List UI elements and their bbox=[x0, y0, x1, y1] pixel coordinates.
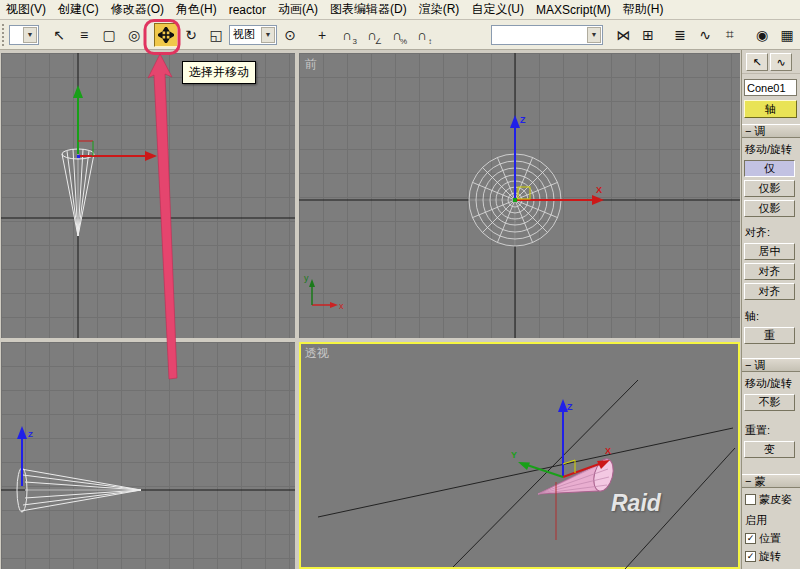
viewport-left[interactable]: Z bbox=[1, 342, 295, 569]
chevron-down-icon: ▼ bbox=[23, 27, 37, 43]
tripod-x-label: x bbox=[339, 301, 344, 311]
affect-object-only-button[interactable]: 仅影 bbox=[744, 180, 795, 197]
cone-wireframe-top[interactable] bbox=[62, 149, 94, 236]
select-object-button[interactable]: ↖ bbox=[47, 23, 71, 47]
material-editor-button[interactable]: ◉ bbox=[750, 23, 774, 47]
curve-editor-button[interactable]: ∿ bbox=[693, 23, 717, 47]
spinner-badge: ↕ bbox=[428, 37, 432, 46]
menu-modifiers[interactable]: 修改器(O) bbox=[105, 0, 170, 19]
toolbar-drag-handle[interactable] bbox=[2, 24, 6, 46]
viewport-front[interactable]: 前 Z X x y bbox=[299, 53, 740, 338]
viewport-label-perspective[interactable]: 透视 bbox=[305, 345, 329, 362]
rect-region-button[interactable]: ▢ bbox=[97, 23, 121, 47]
menu-character[interactable]: 角色(H) bbox=[170, 0, 223, 19]
schematic-icon: ⌗ bbox=[726, 26, 734, 43]
move-gizmo-left[interactable]: Z bbox=[17, 426, 33, 486]
skin-pose-checkbox[interactable] bbox=[745, 494, 756, 505]
menu-maxscript[interactable]: MAXScript(M) bbox=[530, 0, 617, 19]
spinner-snap-button[interactable]: ∩↕ bbox=[410, 23, 434, 47]
dont-affect-children-button[interactable]: 不影 bbox=[744, 394, 795, 411]
toolbar-gap bbox=[435, 23, 490, 47]
viewport-perspective[interactable]: 透视 Raid Z X Y bbox=[299, 342, 740, 569]
mirror-button[interactable]: ⋈ bbox=[611, 23, 635, 47]
snap-badge: 3 bbox=[353, 37, 357, 46]
menu-views[interactable]: 视图(V) bbox=[0, 0, 52, 19]
magnet-icon: ∩ bbox=[342, 27, 352, 43]
percent-snap-button[interactable]: ∩% bbox=[385, 23, 409, 47]
align-to-world-button[interactable]: 对齐 bbox=[744, 283, 795, 300]
named-selection-combo[interactable]: ▼ bbox=[491, 25, 603, 45]
chevron-down-icon: ▼ bbox=[261, 27, 275, 43]
reset-pivot-button[interactable]: 重 bbox=[744, 327, 795, 344]
world-axis-lines bbox=[1, 53, 295, 338]
select-and-manipulate-button[interactable]: + bbox=[310, 23, 334, 47]
reset-transform-button[interactable]: 变 bbox=[744, 441, 795, 458]
schematic-view-button[interactable]: ⌗ bbox=[718, 23, 742, 47]
skin-pose-mode-row[interactable]: 蒙皮姿 bbox=[745, 492, 800, 507]
toolbar-separator bbox=[743, 23, 749, 47]
layer-manager-button[interactable]: ≣ bbox=[668, 23, 692, 47]
reference-coordinate-combo[interactable]: 视图 ▼ bbox=[229, 25, 277, 45]
gizmo-x-arrowhead[interactable] bbox=[592, 195, 604, 205]
snap-toggle-button[interactable]: ∩3 bbox=[335, 23, 359, 47]
menu-create[interactable]: 创建(C) bbox=[52, 0, 105, 19]
gizmo-z-label: Z bbox=[28, 430, 33, 439]
cone-wireframe-left[interactable] bbox=[17, 468, 141, 512]
move-gizmo-front[interactable]: Z X bbox=[510, 115, 604, 205]
move-rotate-label: 移动/旋转 bbox=[745, 376, 800, 391]
select-and-rotate-button[interactable]: ↻ bbox=[179, 23, 203, 47]
reset-group-label: 重置: bbox=[745, 423, 800, 438]
create-tab-icon[interactable]: ↖ bbox=[746, 53, 768, 71]
render-setup-button[interactable]: ▦ bbox=[775, 23, 799, 47]
menu-help[interactable]: 帮助(H) bbox=[617, 0, 670, 19]
menu-graph-editors[interactable]: 图表编辑器(D) bbox=[324, 0, 413, 19]
pivot-button[interactable]: 轴 bbox=[744, 100, 797, 118]
window-crossing-button[interactable]: ◎ bbox=[122, 23, 146, 47]
magnet-icon: ∩ bbox=[417, 27, 427, 43]
gizmo-z-label: Z bbox=[520, 115, 526, 125]
rotation-checkbox[interactable]: ✓ bbox=[745, 551, 756, 562]
toolbar-separator bbox=[40, 23, 46, 47]
rollout-adjust-pivot[interactable]: − 调 bbox=[742, 124, 800, 138]
align-to-object-button[interactable]: 对齐 bbox=[744, 263, 795, 280]
selection-filter-combo[interactable]: ▼ bbox=[9, 25, 39, 45]
rect-region-icon: ▢ bbox=[102, 27, 115, 43]
world-axis-tripod: x y bbox=[304, 273, 344, 311]
rollout-skin-pose[interactable]: − 蒙 bbox=[742, 474, 800, 488]
gizmo-y-arrowhead[interactable] bbox=[518, 462, 530, 470]
pivot-group-label: 轴: bbox=[745, 309, 800, 324]
select-and-scale-button[interactable]: ◱ bbox=[204, 23, 228, 47]
menu-customize[interactable]: 自定义(U) bbox=[465, 0, 530, 19]
modify-tab-icon[interactable]: ∿ bbox=[770, 53, 792, 71]
select-by-name-button[interactable]: ≡ bbox=[72, 23, 96, 47]
affect-pivot-only-button[interactable]: 仅 bbox=[744, 160, 795, 177]
rollout-adjust-transform[interactable]: − 调 bbox=[742, 358, 800, 372]
gizmo-y-arrowhead[interactable] bbox=[73, 85, 83, 98]
use-center-button[interactable]: ⊙ bbox=[278, 23, 302, 47]
rotation-label: 旋转 bbox=[759, 549, 781, 564]
menu-animation[interactable]: 动画(A) bbox=[272, 0, 324, 19]
use-center-icon: ⊙ bbox=[284, 27, 296, 43]
select-and-move-button[interactable] bbox=[154, 23, 178, 47]
skin-pose-label: 蒙皮姿 bbox=[759, 492, 792, 507]
object-name-field[interactable] bbox=[744, 79, 797, 96]
affect-hierarchy-only-button[interactable]: 仅影 bbox=[744, 200, 795, 217]
angle-snap-button[interactable]: ∩∠ bbox=[360, 23, 384, 47]
viewport-top[interactable] bbox=[1, 53, 295, 338]
chevron-down-icon: ▼ bbox=[587, 27, 601, 43]
rotation-row[interactable]: ✓ 旋转 bbox=[745, 549, 800, 564]
position-checkbox[interactable]: ✓ bbox=[745, 533, 756, 544]
center-to-object-button[interactable]: 居中 bbox=[744, 243, 795, 260]
watermark-text: Raid bbox=[611, 490, 661, 517]
viewport-label-front[interactable]: 前 bbox=[305, 56, 317, 73]
align-button[interactable]: ⊞ bbox=[636, 23, 660, 47]
position-row[interactable]: ✓ 位置 bbox=[745, 531, 800, 546]
gizmo-x-arrowhead[interactable] bbox=[145, 151, 157, 161]
menu-rendering[interactable]: 渲染(R) bbox=[413, 0, 466, 19]
curve-icon: ∿ bbox=[699, 27, 711, 43]
gizmo-z-arrowhead[interactable] bbox=[17, 426, 27, 439]
menu-reactor[interactable]: reactor bbox=[223, 0, 272, 19]
align-icon: ⊞ bbox=[642, 27, 654, 43]
percent-badge: % bbox=[400, 37, 407, 46]
gizmo-z-arrowhead[interactable] bbox=[510, 115, 520, 128]
